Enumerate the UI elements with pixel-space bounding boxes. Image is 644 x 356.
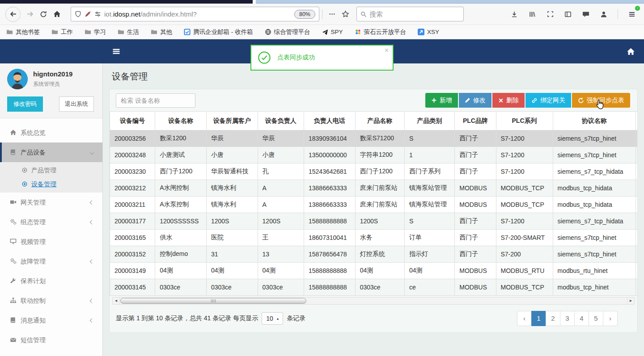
column-header[interactable]: 设备编号: [110, 112, 155, 130]
bookmark-item[interactable]: 学习: [85, 28, 106, 36]
bind-gateway-button[interactable]: 绑定网关: [525, 93, 571, 108]
chat-bubble-icon[interactable]: [579, 8, 593, 21]
bookmark-item[interactable]: 腾讯企业邮箱 - 收件箱: [184, 28, 253, 36]
column-header[interactable]: 负责人电话: [304, 112, 356, 130]
table-row[interactable]: 200003256数采1200华辰华辰18390936104数采S71200S西…: [110, 130, 638, 147]
download-icon[interactable]: [508, 8, 521, 21]
site-permissions-icon[interactable]: [94, 11, 101, 17]
column-header[interactable]: 设备负责人: [258, 112, 304, 130]
screenshot-icon[interactable]: [543, 8, 557, 21]
sidebar-item[interactable]: 故障管理: [0, 251, 102, 271]
bookmark-item[interactable]: 其他: [151, 28, 172, 36]
column-header[interactable]: PLC品牌: [455, 112, 496, 130]
sidebar-item[interactable]: 产品设备: [0, 142, 102, 162]
zoom-level-badge[interactable]: 80%: [294, 10, 315, 19]
shield-icon[interactable]: [75, 11, 81, 17]
page-button[interactable]: 3: [560, 311, 575, 326]
toast-close-icon[interactable]: ×: [385, 47, 389, 54]
bookmark-item[interactable]: 综合管理平台: [265, 28, 310, 36]
logout-button[interactable]: 退出系统: [59, 96, 94, 112]
back-button[interactable]: [5, 7, 21, 22]
horizontal-scrollbar[interactable]: ◂ ▸: [112, 297, 635, 305]
browser-toolbar: iot.idosp.net/admin/index.html? 80%: [0, 4, 644, 25]
table-cell: 西门子: [455, 130, 496, 147]
table-row[interactable]: 200003152控制demo311315878656478灯控系统指示灯西门子…: [110, 246, 638, 263]
gateway-icon: [10, 193, 21, 213]
sidebar-item[interactable]: 短信管理: [0, 330, 102, 350]
url-text[interactable]: iot.idosp.net/admin/index.html?: [104, 10, 291, 18]
page-button[interactable]: 1: [531, 311, 546, 326]
sidebar-item[interactable]: 网关管理: [0, 193, 102, 212]
table-cell: 西门子系列: [404, 163, 454, 180]
page-button[interactable]: 4: [574, 311, 589, 326]
column-header[interactable]: 产品名称: [355, 112, 404, 130]
table-row[interactable]: 20000314904测04测04测1588888888804测04测MODBU…: [110, 263, 638, 279]
library-icon[interactable]: [525, 8, 539, 21]
page-button[interactable]: 2: [546, 311, 560, 326]
sidebar-item[interactable]: 系统总览: [0, 123, 102, 142]
column-header[interactable]: 协议名称: [553, 112, 636, 130]
sidebar-toggle-icon[interactable]: [561, 8, 575, 21]
add-button[interactable]: 新增: [425, 93, 458, 108]
change-password-button[interactable]: 修改密码: [7, 96, 43, 112]
sidebar-item[interactable]: 工单管理: [0, 350, 102, 356]
avatar[interactable]: [7, 69, 28, 89]
table-row[interactable]: 200003211A水泵控制镇海水利A13886663333庶来门前泵站镇海泵站…: [110, 197, 638, 213]
xsy-icon: [418, 29, 424, 35]
sidebar-item-label: 组态管理: [21, 218, 46, 226]
sidebar-item[interactable]: 保养计划: [0, 271, 102, 291]
menu-hamburger-icon[interactable]: ↑: [625, 8, 639, 21]
page-size-select[interactable]: 10 ▴: [262, 312, 283, 325]
column-header[interactable]: 设备所属客户: [206, 112, 258, 130]
sidebar-item[interactable]: 组态管理: [0, 212, 102, 232]
column-header[interactable]: 产品类别: [404, 112, 454, 130]
bookmark-item[interactable]: SPY: [322, 29, 343, 35]
table-row[interactable]: 200003230西门子1200华辰智通科技孔15243642681西门子120…: [110, 163, 638, 180]
url-bar[interactable]: iot.idosp.net/admin/index.html? 80%: [71, 7, 319, 21]
tracking-disabled-icon[interactable]: [85, 11, 91, 17]
column-header[interactable]: PLC系列: [496, 112, 553, 130]
chevron-left-icon: [90, 220, 94, 225]
table-row[interactable]: 200003212A水闸控制镇海水利A13886663333庶来门前泵站镇海泵站…: [110, 180, 638, 197]
delete-button[interactable]: 删除: [492, 93, 525, 108]
reload-button[interactable]: [37, 8, 50, 21]
sidebar-subitem[interactable]: 设备管理: [0, 177, 102, 191]
bookmark-item[interactable]: 其他书签: [6, 28, 40, 36]
column-header[interactable]: 设备名称: [155, 112, 207, 130]
table-row[interactable]: 2000031450303ce0303ce0303ce1588888888803…: [110, 279, 638, 296]
scroll-left-arrow[interactable]: ◂: [113, 297, 120, 304]
device-search-input[interactable]: [116, 93, 195, 108]
edit-button[interactable]: 修改: [459, 93, 491, 108]
browser-search-input[interactable]: [369, 10, 460, 18]
sidebar-item[interactable]: 视频管理: [0, 232, 102, 251]
browser-search-box[interactable]: [356, 7, 464, 21]
sidebar-item[interactable]: 联动控制: [0, 291, 102, 310]
forward-button[interactable]: [23, 8, 37, 21]
sidebar-item[interactable]: 消息通知: [0, 310, 102, 330]
page-button[interactable]: ‹: [517, 311, 532, 326]
app-home-icon[interactable]: [627, 47, 635, 57]
page-button[interactable]: ›: [603, 311, 618, 326]
scroll-right-arrow[interactable]: ▸: [627, 297, 634, 304]
table-row[interactable]: 200003248小唐测试小唐小唐13500000000字符串12001西门子S…: [110, 147, 638, 163]
sidebar-collapse-icon[interactable]: [112, 47, 121, 57]
bookmark-item[interactable]: XSY: [418, 29, 439, 35]
xmark-icon: [498, 98, 504, 103]
table-cell: siemens_s7_tcp_hidata: [553, 213, 636, 230]
account-icon[interactable]: [597, 8, 610, 21]
home-icon: [10, 124, 21, 143]
scrollbar-thumb[interactable]: [120, 298, 306, 304]
bookmark-item[interactable]: 生活: [118, 28, 139, 36]
table-row[interactable]: 2000031771200SSSSSS1200S1200S15888888888…: [110, 213, 638, 230]
bookmark-star-icon[interactable]: [339, 8, 352, 21]
sidebar-subitem[interactable]: 产品管理: [0, 163, 102, 177]
bookmark-item[interactable]: 萤石云开放平台: [355, 28, 407, 36]
page-actions-icon[interactable]: [325, 8, 339, 21]
active-tab[interactable]: [0, 0, 253, 4]
table-row[interactable]: 200003165供水医院王18607310041水务订单西门子S7-200-S…: [110, 230, 638, 246]
username: hignton2019: [33, 70, 72, 78]
bookmark-item[interactable]: 工作: [51, 28, 73, 36]
browser-home-button[interactable]: [50, 8, 64, 21]
column-header[interactable]: 通讯方式: [636, 112, 637, 130]
page-button[interactable]: 5: [589, 311, 603, 326]
